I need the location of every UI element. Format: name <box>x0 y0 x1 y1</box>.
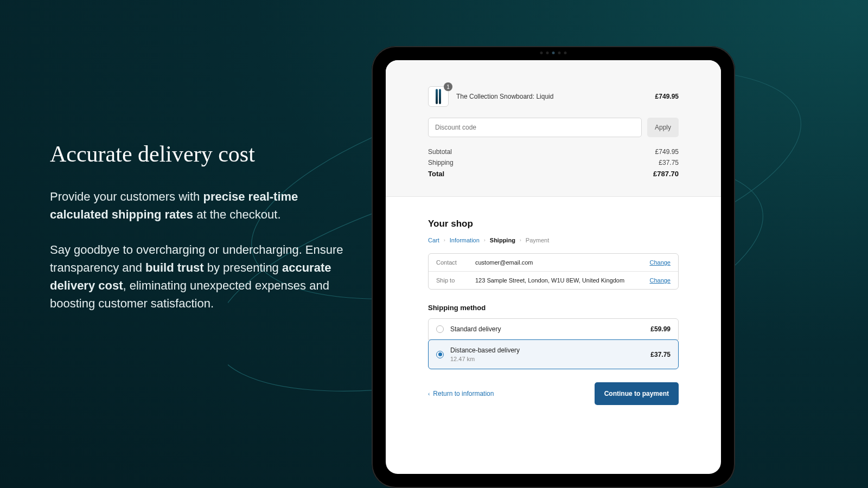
shipping-options: Standard delivery £59.99 Distance-based … <box>428 318 679 369</box>
chevron-left-icon: ‹ <box>428 391 430 397</box>
shipping-label: Shipping <box>428 159 454 166</box>
return-link[interactable]: ‹ Return to information <box>428 390 494 397</box>
totals: Subtotal £749.95 Shipping £37.75 Total £… <box>428 148 679 178</box>
change-shipto-link[interactable]: Change <box>649 277 671 284</box>
apply-button[interactable]: Apply <box>647 118 679 137</box>
contact-value: customer@email.com <box>475 259 641 266</box>
continue-button[interactable]: Continue to payment <box>595 382 679 405</box>
option-price: £59.99 <box>650 325 671 333</box>
total-value: £787.70 <box>653 170 679 178</box>
tablet-camera-dots <box>540 52 567 54</box>
return-label: Return to information <box>433 390 494 397</box>
discount-input[interactable] <box>428 118 642 137</box>
checkout-panel: Your shop Cart › Information › Shipping … <box>386 197 721 427</box>
line-item-name: The Collection Snowboard: Liquid <box>456 93 648 100</box>
chevron-right-icon: › <box>484 237 486 243</box>
shipping-method-label: Shipping method <box>428 304 679 312</box>
shipto-value: 123 Sample Street, London, W1U 8EW, Unit… <box>475 277 641 284</box>
option-name: Standard delivery <box>450 325 644 333</box>
shipto-label: Ship to <box>436 277 467 284</box>
nav-row: ‹ Return to information Continue to paym… <box>428 382 679 405</box>
breadcrumb-shipping: Shipping <box>490 237 515 243</box>
shipping-option-standard[interactable]: Standard delivery £59.99 <box>428 318 679 340</box>
breadcrumb-cart[interactable]: Cart <box>428 237 439 243</box>
tablet-frame: 1 The Collection Snowboard: Liquid £749.… <box>372 46 735 488</box>
headline: Accurate delivery cost <box>50 141 354 167</box>
subtotal-label: Subtotal <box>428 148 452 156</box>
qty-badge: 1 <box>444 82 452 91</box>
chevron-right-icon: › <box>520 237 521 243</box>
shipto-row: Ship to 123 Sample Street, London, W1U 8… <box>429 272 678 289</box>
breadcrumb-payment: Payment <box>526 237 549 243</box>
option-distance: 12.47 km <box>450 356 644 362</box>
line-item-price: £749.95 <box>655 93 679 100</box>
breadcrumb: Cart › Information › Shipping › Payment <box>428 237 679 243</box>
radio-icon <box>436 325 444 333</box>
line-item: 1 The Collection Snowboard: Liquid £749.… <box>428 86 679 107</box>
total-label: Total <box>428 170 444 178</box>
info-box: Contact customer@email.com Change Ship t… <box>428 253 679 290</box>
contact-label: Contact <box>436 259 467 266</box>
discount-row: Apply <box>428 118 679 137</box>
shop-title: Your shop <box>428 219 679 229</box>
subtotal-value: £749.95 <box>655 148 679 156</box>
marketing-para-1: Provide your customers with precise real… <box>50 188 354 223</box>
option-name: Distance-based delivery <box>450 346 644 354</box>
product-thumbnail: 1 <box>428 86 449 107</box>
tablet-screen: 1 The Collection Snowboard: Liquid £749.… <box>386 60 721 474</box>
order-summary-panel: 1 The Collection Snowboard: Liquid £749.… <box>386 60 721 197</box>
option-price: £37.75 <box>650 351 671 358</box>
marketing-para-2: Say goodbye to overcharging or underchar… <box>50 241 354 312</box>
marketing-copy: Accurate delivery cost Provide your cust… <box>50 141 354 330</box>
breadcrumb-information[interactable]: Information <box>450 237 480 243</box>
radio-icon <box>436 351 444 358</box>
shipping-option-distance[interactable]: Distance-based delivery 12.47 km £37.75 <box>428 339 679 369</box>
contact-row: Contact customer@email.com Change <box>429 254 678 272</box>
change-contact-link[interactable]: Change <box>649 259 671 266</box>
chevron-right-icon: › <box>444 237 445 243</box>
shipping-value: £37.75 <box>659 159 679 166</box>
